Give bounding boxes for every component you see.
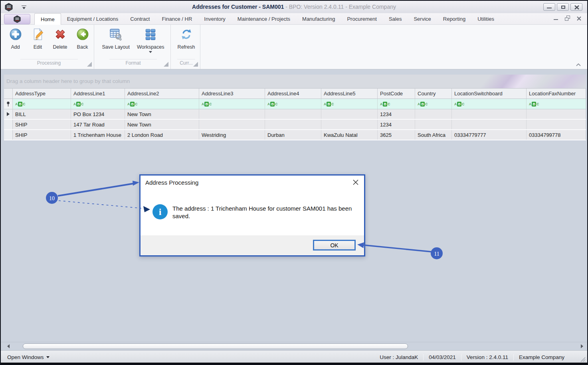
cell-country[interactable]: [415, 109, 452, 119]
cell-locationswitchboard[interactable]: [452, 109, 527, 119]
tab-inventory[interactable]: Inventory: [198, 13, 231, 25]
cell-addressline2[interactable]: New Town: [125, 109, 199, 119]
mdi-restore-button[interactable]: [565, 16, 570, 21]
tab-finance-hr[interactable]: Finance / HR: [156, 13, 198, 25]
edit-button[interactable]: Edit: [28, 27, 48, 51]
mdi-minimize-button[interactable]: [553, 16, 558, 21]
tab-contract[interactable]: Contract: [124, 13, 156, 25]
cell-addresstype[interactable]: BILL: [13, 109, 71, 119]
collapse-ribbon-icon[interactable]: [575, 62, 582, 67]
dialog-launcher-icon[interactable]: [164, 62, 168, 67]
back-button[interactable]: Back: [73, 27, 92, 51]
dialog-close-icon[interactable]: [352, 179, 359, 186]
refresh-label: Refresh: [178, 44, 195, 50]
open-windows-dropdown[interactable]: Open Windows: [7, 354, 49, 360]
ribbon-group-label: Processing: [37, 60, 61, 66]
filter-cell-postcode[interactable]: ABC: [378, 99, 415, 109]
cell-addressline5[interactable]: [321, 109, 378, 119]
tab-home[interactable]: Home: [34, 13, 61, 25]
delete-button[interactable]: Delete: [51, 27, 70, 51]
dialog-launcher-icon[interactable]: [87, 62, 92, 67]
cell-addressline1[interactable]: 1 Trichenham House: [71, 130, 125, 140]
filter-cell-addresstype[interactable]: ABC: [13, 99, 71, 109]
column-header-locationswitchboard[interactable]: LocationSwitchboard: [452, 89, 527, 99]
abc-filter-icon: ABC: [127, 102, 137, 107]
minimize-button[interactable]: [543, 3, 555, 11]
cell-postcode[interactable]: 3625: [378, 130, 415, 140]
filter-cell-locationswitchboard[interactable]: ABC: [452, 99, 527, 109]
close-icon: [574, 5, 580, 10]
tab-reporting[interactable]: Reporting: [437, 13, 471, 25]
tab-sales[interactable]: Sales: [383, 13, 408, 25]
cell-addressline5[interactable]: KwaZulu Natal: [321, 130, 378, 140]
close-button[interactable]: [570, 3, 582, 11]
scroll-right-icon[interactable]: [581, 344, 583, 348]
column-header-addressline5[interactable]: AddressLine5: [321, 89, 378, 99]
filter-cell-addressline1[interactable]: ABC: [71, 99, 125, 109]
back-label: Back: [77, 44, 88, 50]
cell-locationswitchboard[interactable]: [452, 120, 527, 129]
column-header-addressline1[interactable]: AddressLine1: [71, 89, 125, 99]
add-button[interactable]: Add: [6, 27, 25, 51]
tab-manufacturing[interactable]: Manufacturing: [296, 13, 341, 25]
resize-grip-icon[interactable]: [580, 357, 586, 362]
table-row[interactable]: BILLPO Box 1234New Town1234: [4, 109, 586, 120]
cell-locationfaxnumber[interactable]: [527, 109, 586, 119]
callout-10-number: 10: [49, 195, 55, 201]
cell-addressline3[interactable]: [199, 120, 265, 129]
filter-cell-addressline5[interactable]: ABC: [321, 99, 378, 109]
delete-label: Delete: [53, 44, 67, 50]
tab-maintenance-projects[interactable]: Maintenance / Projects: [232, 13, 296, 25]
cell-postcode[interactable]: 1234: [378, 109, 415, 119]
tab-label: Maintenance / Projects: [238, 16, 290, 22]
cell-country[interactable]: [415, 120, 452, 129]
filter-cell-addressline4[interactable]: ABC: [265, 99, 321, 109]
cell-addressline2[interactable]: 2 London Road: [125, 130, 199, 140]
column-header-addressline4[interactable]: AddressLine4: [265, 89, 321, 99]
cell-postcode[interactable]: 1234: [378, 120, 415, 129]
cell-addresstype[interactable]: SHIP: [13, 120, 71, 129]
cell-locationswitchboard[interactable]: 03334779777: [452, 130, 527, 140]
cell-addressline4[interactable]: Durban: [265, 130, 321, 140]
cell-addressline4[interactable]: [265, 109, 321, 119]
cell-country[interactable]: South Africa: [415, 130, 452, 140]
scrollbar-thumb[interactable]: [23, 343, 408, 349]
column-header-addresstype[interactable]: AddressType: [13, 89, 71, 99]
filter-cell-addressline2[interactable]: ABC: [125, 99, 199, 109]
group-by-panel[interactable]: Drag a column header here to group by th…: [4, 75, 586, 88]
cell-addressline3[interactable]: [199, 109, 265, 119]
column-header-postcode[interactable]: PostCode: [378, 89, 415, 99]
table-row[interactable]: SHIP147 Tar RoadNew Town1234: [4, 120, 586, 130]
application-menu-button[interactable]: [4, 14, 30, 24]
column-header-locationfaxnumber[interactable]: LocationFaxNumber: [527, 89, 586, 99]
column-header-country[interactable]: Country: [415, 89, 452, 99]
mdi-close-button[interactable]: [576, 16, 582, 21]
column-header-addressline3[interactable]: AddressLine3: [199, 89, 265, 99]
refresh-button[interactable]: Refresh: [176, 27, 197, 51]
scroll-left-icon[interactable]: [7, 344, 10, 348]
tab-equipment-locations[interactable]: Equipment / Locations: [61, 13, 125, 25]
filter-cell-addressline3[interactable]: ABC: [199, 99, 265, 109]
cell-addressline4[interactable]: [265, 120, 321, 129]
save-layout-button[interactable]: Save Layout: [100, 27, 132, 51]
tab-service[interactable]: Service: [408, 13, 437, 25]
cell-addressline2[interactable]: New Town: [125, 120, 199, 129]
cell-addressline5[interactable]: [321, 120, 378, 129]
tab-label: Reporting: [443, 16, 465, 22]
cell-locationfaxnumber[interactable]: 03334799778: [527, 130, 586, 140]
ok-button[interactable]: OK: [313, 240, 356, 251]
table-row[interactable]: SHIP1 Trichenham House2 London RoadWestr…: [4, 130, 586, 140]
tab-procurement[interactable]: Procurement: [341, 13, 382, 25]
dialog-launcher-icon[interactable]: [193, 62, 198, 67]
column-header-addressline2[interactable]: AddressLine2: [125, 89, 199, 99]
maximize-button[interactable]: [557, 3, 569, 11]
cell-locationfaxnumber[interactable]: [527, 120, 586, 129]
cell-addressline1[interactable]: 147 Tar Road: [71, 120, 125, 129]
tab-utilities[interactable]: Utilities: [471, 13, 500, 25]
filter-cell-locationfaxnumber[interactable]: ABC: [527, 99, 586, 109]
filter-cell-country[interactable]: ABC: [415, 99, 452, 109]
workspaces-button[interactable]: Workspaces: [135, 27, 166, 54]
cell-addresstype[interactable]: SHIP: [13, 130, 71, 140]
cell-addressline3[interactable]: Westriding: [199, 130, 265, 140]
cell-addressline1[interactable]: PO Box 1234: [71, 109, 125, 119]
